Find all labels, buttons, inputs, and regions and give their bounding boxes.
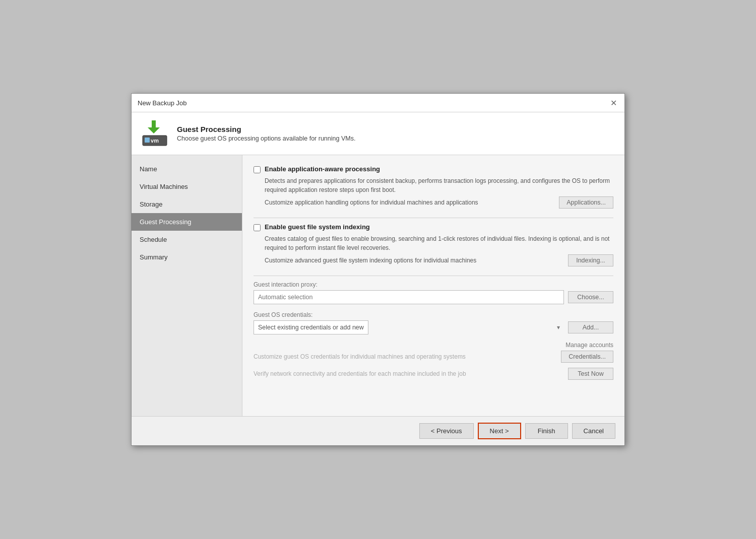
title-bar: New Backup Job ✕ — [132, 94, 624, 112]
manage-accounts-row: Manage accounts — [254, 342, 613, 349]
header-icon: vm — [141, 119, 169, 148]
app-aware-footer-row: Customize application handling options f… — [265, 196, 613, 209]
app-aware-label: Enable application-aware processing — [265, 165, 380, 173]
header-title: Guest Processing — [177, 125, 355, 133]
sidebar-item-summary[interactable]: Summary — [132, 248, 242, 266]
divider-2 — [254, 276, 613, 276]
credentials-field-row: Select existing credentials or add new A… — [254, 320, 613, 334]
svg-rect-0 — [152, 120, 156, 128]
test-now-button[interactable]: Test Now — [568, 368, 613, 380]
main-content: Enable application-aware processing Dete… — [242, 155, 624, 416]
proxy-choose-button[interactable]: Choose... — [568, 291, 613, 303]
indexing-footer-row: Customize advanced guest file system ind… — [265, 254, 613, 266]
sidebar-item-storage[interactable]: Storage — [132, 195, 242, 213]
divider-1 — [254, 218, 613, 218]
body-area: Name Virtual Machines Storage Guest Proc… — [132, 155, 624, 416]
previous-button[interactable]: < Previous — [419, 423, 474, 439]
applications-button[interactable]: Applications... — [559, 196, 613, 209]
manage-accounts-label: Manage accounts — [565, 342, 613, 349]
credentials-select-wrapper: Select existing credentials or add new — [254, 320, 564, 334]
dialog: New Backup Job ✕ vm Guest Processing — [131, 93, 625, 446]
indexing-section: Enable guest file system indexing Create… — [254, 223, 613, 266]
indexing-checkbox-row: Enable guest file system indexing — [254, 223, 613, 231]
credentials-customize-row: Customize guest OS credentials for indiv… — [254, 351, 613, 363]
close-button[interactable]: ✕ — [608, 98, 618, 108]
app-aware-desc2: Customize application handling options f… — [265, 199, 478, 206]
svg-marker-1 — [148, 127, 160, 133]
sidebar-item-virtual-machines[interactable]: Virtual Machines — [132, 178, 242, 195]
proxy-field-group: Guest interaction proxy: Choose... — [254, 281, 613, 304]
credentials-select[interactable]: Select existing credentials or add new — [254, 320, 368, 334]
svg-text:vm: vm — [151, 138, 159, 144]
svg-rect-3 — [145, 138, 150, 143]
app-aware-desc1: Detects and prepares applications for co… — [265, 176, 613, 194]
app-aware-section: Enable application-aware processing Dete… — [254, 165, 613, 209]
test-now-row: Verify network connectivity and credenti… — [254, 368, 613, 380]
sidebar-item-schedule[interactable]: Schedule — [132, 231, 242, 248]
indexing-checkbox[interactable] — [254, 224, 261, 231]
indexing-desc1: Creates catalog of guest files to enable… — [265, 234, 613, 252]
sidebar-item-guest-processing[interactable]: Guest Processing — [132, 213, 242, 231]
finish-button[interactable]: Finish — [525, 423, 568, 439]
proxy-input[interactable] — [254, 290, 564, 304]
sidebar: Name Virtual Machines Storage Guest Proc… — [132, 155, 242, 416]
header-text: Guest Processing Choose guest OS process… — [177, 125, 355, 142]
test-now-desc: Verify network connectivity and credenti… — [254, 370, 568, 377]
indexing-button[interactable]: Indexing... — [568, 254, 613, 266]
dialog-title: New Backup Job — [138, 99, 187, 107]
footer: < Previous Next > Finish Cancel — [132, 416, 624, 445]
credentials-field-group: Guest OS credentials: Select existing cr… — [254, 311, 613, 334]
cancel-button[interactable]: Cancel — [572, 423, 615, 439]
sidebar-item-name[interactable]: Name — [132, 160, 242, 178]
indexing-desc2: Customize advanced guest file system ind… — [265, 257, 476, 264]
credentials-customize-desc: Customize guest OS credentials for indiv… — [254, 353, 561, 360]
header-subtitle: Choose guest OS processing options avail… — [177, 135, 355, 142]
header: vm Guest Processing Choose guest OS proc… — [132, 112, 624, 155]
credentials-button[interactable]: Credentials... — [561, 351, 613, 363]
next-button[interactable]: Next > — [478, 423, 521, 439]
proxy-field-row: Choose... — [254, 290, 613, 304]
indexing-label: Enable guest file system indexing — [265, 223, 370, 231]
app-aware-checkbox-row: Enable application-aware processing — [254, 165, 613, 173]
credentials-label: Guest OS credentials: — [254, 311, 613, 318]
proxy-label: Guest interaction proxy: — [254, 281, 613, 288]
app-aware-checkbox[interactable] — [254, 166, 261, 173]
add-credentials-button[interactable]: Add... — [568, 321, 613, 333]
